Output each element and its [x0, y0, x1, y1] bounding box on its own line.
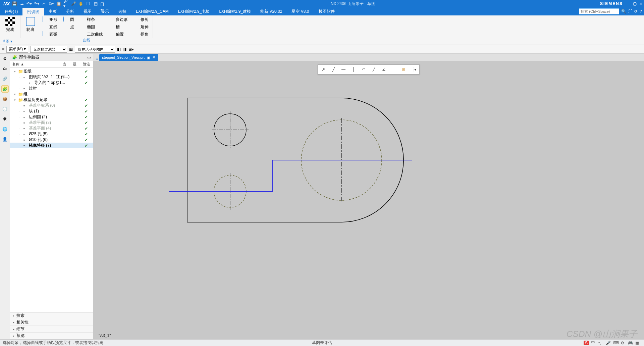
tab-home-icon[interactable]: ⌂: [95, 56, 99, 61]
rail-assembly-icon[interactable]: 🗂: [1, 65, 9, 72]
ribbon-btn-修剪[interactable]: 修剪: [132, 16, 150, 23]
ribbon-btn-点[interactable]: 点: [62, 23, 75, 30]
filter-opt3-icon[interactable]: ⊞▾: [128, 47, 134, 52]
finish-button[interactable]: 完成: [3, 16, 17, 33]
rail-partnav-icon[interactable]: 🧩: [1, 85, 9, 93]
menu-0[interactable]: 任务(T): [0, 7, 22, 15]
tray-grid-icon[interactable]: ▦: [635, 341, 641, 345]
menu-2[interactable]: 主页: [44, 7, 61, 15]
document-tab[interactable]: stepped_Section_View.prt ▣ ✕: [99, 54, 158, 61]
tray-kbd-icon[interactable]: ⌨: [613, 341, 619, 345]
ribbon-btn-圆弧[interactable]: 圆弧: [41, 31, 59, 38]
menu-12[interactable]: 模圣软件: [314, 7, 339, 15]
tree-row[interactable]: ·▫导入的 "Top@1...✔: [10, 80, 93, 86]
mic-icon[interactable]: 🎤: [71, 1, 76, 6]
filter-scope-icon[interactable]: ▦: [69, 47, 73, 52]
rail-browser-icon[interactable]: 🌐: [1, 126, 9, 133]
tree-row[interactable]: ·▫块 (1)✔: [10, 108, 93, 114]
tray-lang-icon[interactable]: 中: [591, 340, 596, 346]
tree-row[interactable]: ·▫基准平面 (3)✔: [10, 120, 93, 126]
tree-row[interactable]: ·▫过时: [10, 86, 93, 91]
accordion-搜索[interactable]: 搜索: [10, 312, 93, 319]
close-button[interactable]: ✕: [639, 1, 643, 6]
tree-row[interactable]: ·▫边倒圆 (2)✔: [10, 114, 93, 120]
menu-3[interactable]: 分析: [61, 7, 79, 15]
profile-button[interactable]: 轮廓: [23, 16, 38, 38]
cloud-icon[interactable]: ☁: [19, 1, 24, 6]
menu-6[interactable]: 选择: [114, 7, 131, 15]
maximize-button[interactable]: ▢: [633, 1, 637, 6]
menu-button[interactable]: 菜单(M) ▾: [6, 46, 28, 53]
canvas[interactable]: ↗ ╱ — │ ◠ ╱ ∠ = ⊟ ┆▾: [93, 61, 644, 339]
tree-row[interactable]: ·▫Ø25 孔 (5)✔: [10, 131, 93, 137]
rail-history-icon[interactable]: 🕘: [1, 105, 9, 113]
selection-filter-combo[interactable]: 无选择过滤器: [30, 46, 67, 53]
ribbon-btn-延伸[interactable]: 延伸: [132, 23, 150, 30]
breadcrumb[interactable]: 草图 ▾: [2, 39, 12, 44]
touch-icon[interactable]: ✋: [78, 1, 84, 6]
rail-settings-icon[interactable]: ⚙: [1, 55, 9, 62]
minimize-button[interactable]: —: [626, 1, 630, 6]
scope-filter-combo[interactable]: 仅在活动草图内: [75, 46, 115, 53]
rail-reuse-icon[interactable]: 📦: [1, 95, 9, 103]
tree-row[interactable]: ·▫Ø10 孔 (6)✔: [10, 137, 93, 143]
tree-row[interactable]: ·▫镜像特征 (7)✔: [10, 143, 93, 148]
redo-icon[interactable]: ↷▾: [34, 1, 39, 6]
window-dropdown[interactable]: 窗口▾: [100, 1, 106, 6]
ribbon-btn-槽[interactable]: 槽: [108, 23, 129, 30]
menu-8[interactable]: LXH编程2.9_电极: [173, 7, 215, 15]
menu-1[interactable]: 剖切线: [22, 7, 44, 15]
ribbon-btn-多边形[interactable]: 多边形: [108, 16, 129, 23]
refresh-icon[interactable]: ⟳: [634, 9, 638, 14]
ribbon-btn-[interactable]: [62, 31, 75, 38]
ribbon-btn-椭圆[interactable]: 椭圆: [79, 23, 104, 30]
menu-7[interactable]: LXH编程2.9_CAM: [131, 7, 173, 15]
tree-row[interactable]: ·▫基准平面 (4)✔: [10, 126, 93, 131]
ribbon-btn-拐角[interactable]: 拐角: [132, 31, 150, 38]
ribbon-btn-矩形[interactable]: 矩形: [41, 16, 59, 23]
tree-row[interactable]: ▾📁图纸✔: [10, 68, 93, 74]
accordion-细节[interactable]: 细节: [10, 326, 93, 333]
search-icon[interactable]: 🔍: [621, 9, 626, 14]
tray-mic-icon[interactable]: 🎤: [606, 341, 611, 345]
tray-set-icon[interactable]: ⚙: [621, 341, 626, 345]
ribbon-btn-偏置[interactable]: 偏置: [108, 31, 129, 38]
ribbon-btn-样条[interactable]: 样条: [79, 16, 104, 23]
tray-punct-icon[interactable]: •,: [598, 341, 604, 345]
layout-icon[interactable]: ▤: [93, 1, 98, 6]
accordion-相关性[interactable]: 相关性: [10, 319, 93, 326]
undo-icon[interactable]: ↶▾: [26, 1, 32, 6]
menu-10[interactable]: 能新 V20.02: [256, 7, 287, 15]
ribbon-btn-直线[interactable]: 直线: [41, 23, 59, 30]
col-latest[interactable]: 最...: [71, 61, 81, 67]
fullscreen-icon[interactable]: ⛶: [628, 9, 632, 14]
window-icon[interactable]: ❐: [86, 1, 91, 6]
tree-row[interactable]: ▾📁模型历史记录✔: [10, 97, 93, 103]
tab-close-icon[interactable]: ✕: [152, 55, 156, 60]
ime-icon[interactable]: S: [584, 341, 589, 345]
accordion-预览[interactable]: 预览: [10, 333, 93, 339]
filter-opt2-icon[interactable]: ◨: [123, 47, 126, 52]
help-icon[interactable]: ?: [640, 9, 642, 14]
nav-pin-icon[interactable]: ▭: [87, 55, 91, 60]
cut-icon[interactable]: ✂: [41, 1, 47, 6]
col-name[interactable]: 名称 ▲: [10, 61, 61, 67]
paste-icon[interactable]: 📋: [56, 1, 61, 6]
ribbon-btn-圆[interactable]: 圆: [62, 16, 75, 23]
tree-row[interactable]: ·▫图纸页 "A3_1" (工作...)✔: [10, 74, 93, 80]
ribbon-btn-二次曲线[interactable]: 二次曲线: [79, 31, 104, 38]
tree-row[interactable]: ▾📁组: [10, 91, 93, 97]
tree-row[interactable]: ·▫基准坐标系 (0)✔: [10, 103, 93, 108]
save-icon[interactable]: 💾: [12, 1, 17, 6]
col-current[interactable]: 当...: [61, 61, 71, 67]
brush-icon[interactable]: 🖌▾: [63, 1, 69, 6]
copy-icon[interactable]: ⧉▾: [49, 1, 54, 6]
filter-opt1-icon[interactable]: ◧: [117, 47, 121, 52]
nav-tree[interactable]: ▾📁图纸✔·▫图纸页 "A3_1" (工作...)✔·▫导入的 "Top@1..…: [10, 68, 93, 312]
tray-game-icon[interactable]: 🎮: [628, 341, 633, 345]
search-input[interactable]: [579, 8, 619, 14]
menu-4[interactable]: 视图: [79, 7, 96, 15]
rail-tool-icon[interactable]: 🛠: [1, 115, 9, 123]
rail-role-icon[interactable]: 👤: [1, 136, 9, 143]
rail-constraint-icon[interactable]: 🔗: [1, 75, 9, 83]
